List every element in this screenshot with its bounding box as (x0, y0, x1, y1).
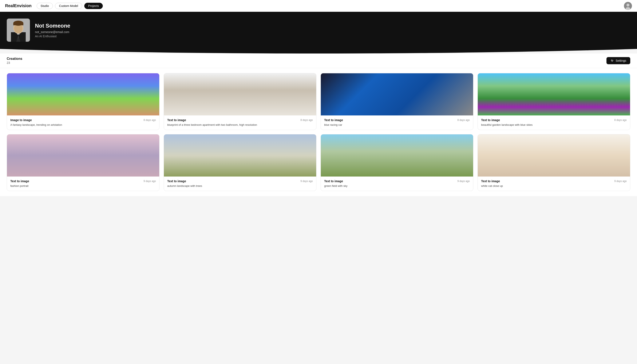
card-time: 9 days ago (457, 180, 470, 183)
card-description: blueprint of a three bedroom apartment w… (167, 123, 313, 127)
card-image (164, 134, 316, 176)
gallery-card[interactable]: Text to image 9 days ago autumn landscap… (164, 134, 316, 191)
card-image (164, 73, 316, 116)
card-description: white cat close up (481, 184, 627, 188)
card-time: 9 days ago (300, 180, 313, 183)
gallery-card[interactable]: Text to image 8 days ago blueprint of a … (164, 73, 316, 130)
card-body: Text to image 8 days ago beautiful garde… (478, 116, 630, 130)
card-description: green field with sky (324, 184, 470, 188)
card-time: 9 days ago (614, 180, 627, 183)
creations-info: Creations 23 (7, 57, 22, 64)
card-type: Text to image (481, 180, 500, 183)
studio-button[interactable]: Studio (37, 3, 53, 9)
user-avatar[interactable] (624, 2, 632, 10)
card-type: Text to image (167, 180, 186, 183)
creations-bar: Creations 23 Settings (0, 54, 637, 68)
card-body: Text to image 8 days ago blue racing car (321, 116, 473, 130)
navbar: RealEnvision Studio Custom Model Project… (0, 0, 637, 12)
svg-point-1 (626, 4, 630, 6)
profile-email: not_someone@email.com (35, 30, 70, 34)
gallery-card[interactable]: Text to image 8 days ago beautiful garde… (478, 73, 630, 130)
card-thumbnail (164, 134, 316, 176)
profile-header: Not Someone not_someone@email.com An AI … (0, 12, 637, 54)
card-time: 8 days ago (144, 118, 156, 122)
card-type: Text to image (324, 118, 343, 122)
card-body: Image to image 8 days ago A fantasy land… (7, 116, 159, 130)
card-type: Text to image (167, 118, 186, 122)
nav-buttons: Studio Custom Model Projects (37, 3, 624, 9)
gallery-card[interactable]: Text to image 9 days ago white cat close… (478, 134, 630, 191)
card-thumbnail (321, 134, 473, 176)
profile-info: Not Someone not_someone@email.com An AI … (35, 22, 70, 38)
card-image (321, 73, 473, 116)
card-meta: Text to image 8 days ago (481, 118, 627, 122)
gallery-grid: Image to image 8 days ago A fantasy land… (7, 73, 630, 191)
brand-logo: RealEnvision (5, 3, 32, 8)
card-meta: Text to image 9 days ago (481, 180, 627, 183)
card-time: 9 days ago (144, 180, 156, 183)
creations-count: 23 (7, 61, 22, 64)
settings-button[interactable]: Settings (606, 57, 630, 64)
card-type: Text to image (324, 180, 343, 183)
card-body: Text to image 9 days ago white cat close… (478, 176, 630, 191)
card-description: autumn landscape with trees (167, 184, 313, 188)
gallery-card[interactable]: Text to image 9 days ago green field wit… (320, 134, 473, 191)
card-thumbnail (478, 134, 630, 176)
card-image (478, 73, 630, 116)
profile-avatar (7, 18, 30, 42)
card-description: beautiful garden landscape with blue ski… (481, 123, 627, 127)
card-time: 8 days ago (457, 118, 470, 122)
card-thumbnail (164, 73, 316, 116)
gallery-card[interactable]: Text to image 9 days ago fashion portrai… (7, 134, 160, 191)
projects-button[interactable]: Projects (84, 3, 103, 9)
profile-name: Not Someone (35, 22, 70, 29)
card-thumbnail (478, 73, 630, 116)
settings-label: Settings (616, 59, 626, 62)
card-image (321, 134, 473, 176)
card-meta: Text to image 8 days ago (167, 118, 313, 122)
profile-bio: An AI Enthusiast (35, 34, 70, 38)
gallery-card[interactable]: Text to image 8 days ago blue racing car (320, 73, 473, 130)
card-meta: Text to image 8 days ago (324, 118, 470, 122)
card-image (7, 134, 159, 176)
custom-model-button[interactable]: Custom Model (55, 3, 82, 9)
card-description: blue racing car (324, 123, 470, 127)
card-type: Text to image (10, 180, 29, 183)
card-time: 8 days ago (614, 118, 627, 122)
gallery-container: Image to image 8 days ago A fantasy land… (0, 68, 637, 196)
card-body: Text to image 9 days ago green field wit… (321, 176, 473, 191)
creations-label: Creations (7, 57, 22, 61)
card-body: Text to image 9 days ago fashion portrai… (7, 176, 159, 191)
card-image (478, 134, 630, 176)
gear-icon (610, 59, 614, 62)
card-meta: Text to image 9 days ago (10, 180, 156, 183)
card-description: fashion portrait (10, 184, 156, 188)
card-thumbnail (7, 73, 159, 116)
card-meta: Text to image 9 days ago (167, 180, 313, 183)
card-description: A fantasy landscape, trending on artstat… (10, 123, 156, 127)
card-meta: Image to image 8 days ago (10, 118, 156, 122)
card-body: Text to image 8 days ago blueprint of a … (164, 116, 316, 130)
card-image (7, 73, 159, 116)
card-body: Text to image 9 days ago autumn landscap… (164, 176, 316, 191)
card-thumbnail (7, 134, 159, 176)
card-thumbnail (321, 73, 473, 116)
card-time: 8 days ago (300, 118, 313, 122)
gallery-card[interactable]: Image to image 8 days ago A fantasy land… (7, 73, 160, 130)
card-type: Text to image (481, 118, 500, 122)
card-type: Image to image (10, 118, 32, 122)
card-meta: Text to image 9 days ago (324, 180, 470, 183)
svg-rect-12 (13, 23, 24, 25)
